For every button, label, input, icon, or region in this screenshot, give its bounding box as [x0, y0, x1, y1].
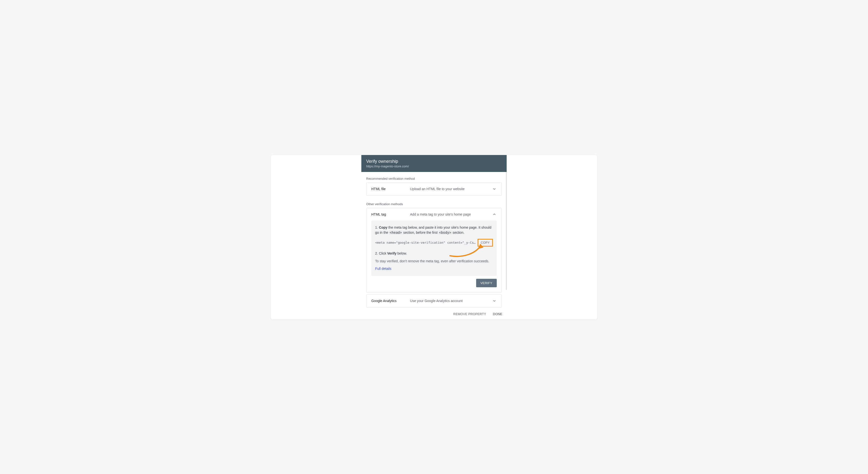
chevron-up-icon: [492, 212, 497, 217]
copy-button[interactable]: COPY: [477, 239, 493, 247]
method-ga-name: Google Analytics: [371, 299, 410, 303]
recommended-label: Recommended verification method: [361, 172, 507, 182]
method-html-file-name: HTML file: [371, 187, 410, 191]
step1-text: 1. Copy the meta tag below, and paste it…: [375, 225, 493, 235]
verification-tip: To stay verified, don't remove the meta …: [375, 259, 493, 264]
method-html-tag-name: HTML tag: [371, 213, 410, 216]
dialog-title: Verify ownership: [366, 159, 502, 164]
done-button[interactable]: DONE: [493, 312, 502, 316]
chevron-down-icon: [492, 298, 497, 303]
dialog-footer: REMOVE PROPERTY DONE: [361, 309, 507, 319]
meta-tag-row: <meta name="google-site-verification" co…: [375, 239, 493, 247]
other-methods-label: Other verification methods: [361, 197, 507, 208]
remove-property-button[interactable]: REMOVE PROPERTY: [454, 312, 486, 316]
method-html-tag-header[interactable]: HTML tag Add a meta tag to your site's h…: [366, 208, 502, 221]
verify-button[interactable]: VERIFY: [476, 279, 497, 287]
method-ga-desc: Use your Google Analytics account: [410, 299, 492, 303]
verify-dialog: Verify ownership https://my-magento-stor…: [361, 155, 507, 309]
method-html-file[interactable]: HTML file Upload an HTML file to your we…: [366, 182, 502, 195]
step2-text: 2. Click Verify below.: [375, 251, 493, 256]
dialog-header: Verify ownership https://my-magento-stor…: [361, 155, 507, 172]
method-html-file-desc: Upload an HTML file to your website: [410, 187, 492, 191]
method-google-analytics[interactable]: Google Analytics Use your Google Analyti…: [366, 294, 502, 307]
meta-tag-value: <meta name="google-site-verification" co…: [375, 240, 476, 245]
full-details-link[interactable]: Full details: [375, 267, 392, 271]
chevron-down-icon: [492, 187, 497, 191]
method-html-tag-body: 1. Copy the meta tag below, and paste it…: [366, 221, 502, 292]
method-html-tag-desc: Add a meta tag to your site's home page: [410, 213, 492, 216]
instruction-box: 1. Copy the meta tag below, and paste it…: [371, 221, 497, 276]
method-html-tag: HTML tag Add a meta tag to your site's h…: [366, 208, 502, 292]
dialog-subtitle: https://my-magento-store.com/: [366, 164, 502, 168]
verify-dialog-card: Verify ownership https://my-magento-stor…: [271, 155, 597, 319]
